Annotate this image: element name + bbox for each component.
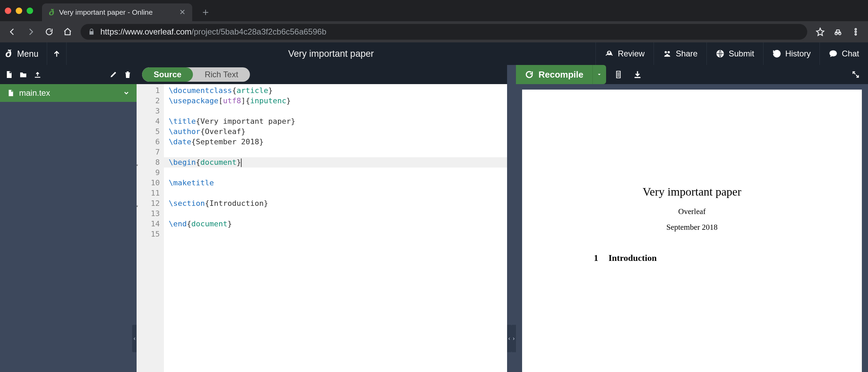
lock-icon xyxy=(88,28,95,35)
svg-point-0 xyxy=(855,28,856,30)
window-minimize-button[interactable] xyxy=(16,8,22,14)
main-area: main.tex ‹ Source Rich Text 12345678▾910… xyxy=(0,65,868,372)
collapse-editor-handle[interactable]: ‹ xyxy=(507,325,512,352)
svg-point-2 xyxy=(855,34,856,35)
chat-button[interactable]: Chat xyxy=(820,42,868,65)
file-tree: main.tex xyxy=(0,84,137,102)
expand-icon xyxy=(852,70,860,79)
editor-panel: Source Rich Text 12345678▾9101112▾131415… xyxy=(137,65,507,372)
mode-richtext-button[interactable]: Rich Text xyxy=(193,67,250,82)
project-title[interactable]: Very important paper xyxy=(67,49,596,59)
mode-source-button[interactable]: Source xyxy=(142,67,193,82)
file-name: main.tex xyxy=(19,88,50,98)
window-fullscreen-button[interactable] xyxy=(27,8,33,14)
caret-down-icon xyxy=(597,72,602,77)
history-label: History xyxy=(785,49,811,58)
nav-back-button[interactable] xyxy=(4,24,20,40)
editor-mode-toggle: Source Rich Text xyxy=(142,67,250,82)
browser-menu-icon[interactable] xyxy=(848,24,864,40)
window-controls xyxy=(5,0,42,21)
submit-button[interactable]: Submit xyxy=(706,42,763,65)
svg-text:Ab: Ab xyxy=(607,51,612,56)
address-bar[interactable]: https://www.overleaf.com/project/5bab4c2… xyxy=(81,24,807,40)
pdf-page: Very important paper Overleaf September … xyxy=(522,90,862,372)
logs-icon xyxy=(614,70,623,79)
pdf-author: Overleaf xyxy=(522,207,862,216)
file-item-main-tex[interactable]: main.tex xyxy=(0,84,137,102)
pdf-panel: Recompile Very important paper Overleaf xyxy=(516,65,868,372)
menu-label: Menu xyxy=(17,49,39,59)
pdf-section-heading: 1Introduction xyxy=(594,253,862,263)
pdf-date: September 2018 xyxy=(522,223,862,232)
line-number-gutter: 12345678▾9101112▾131415 xyxy=(137,84,164,372)
nav-home-button[interactable] xyxy=(59,24,76,40)
svg-point-4 xyxy=(664,51,667,53)
tab-title: Very important paper - Online xyxy=(59,8,174,16)
url-text: https://www.overleaf.com/project/5bab4c2… xyxy=(100,27,326,37)
svg-point-1 xyxy=(855,31,856,32)
pdf-section-number: 1 xyxy=(594,253,598,263)
submit-label: Submit xyxy=(729,49,754,58)
overleaf-topbar: ð Menu Very important paper Ab Review Sh… xyxy=(0,42,868,65)
view-logs-button[interactable] xyxy=(612,68,625,81)
back-to-projects-button[interactable] xyxy=(47,42,67,65)
chat-label: Chat xyxy=(842,49,859,58)
topbar-actions: Ab Review Share Submit History Chat xyxy=(596,42,868,65)
pdf-toolbar: Recompile xyxy=(516,65,868,84)
pdf-title: Very important paper xyxy=(522,185,862,198)
browser-tab-active[interactable]: ð Very important paper - Online ✕ xyxy=(42,3,192,21)
recompile-label: Recompile xyxy=(538,69,584,80)
file-tree-toolbar xyxy=(0,65,137,84)
svg-point-5 xyxy=(668,51,670,53)
pdf-section-title: Introduction xyxy=(608,253,657,263)
editor-toolbar: Source Rich Text xyxy=(137,65,507,84)
upload-file-icon[interactable] xyxy=(33,70,42,79)
window-close-button[interactable] xyxy=(5,8,11,14)
share-button[interactable]: Share xyxy=(654,42,706,65)
collapse-file-tree-handle[interactable]: ‹ xyxy=(132,325,137,352)
recompile-button[interactable]: Recompile xyxy=(516,65,592,84)
download-icon xyxy=(633,70,642,79)
new-tab-button[interactable]: ＋ xyxy=(198,5,213,19)
delete-icon[interactable] xyxy=(124,70,132,79)
incognito-icon[interactable] xyxy=(830,24,846,40)
nav-reload-button[interactable] xyxy=(41,24,57,40)
editor-pdf-splitter[interactable]: ‹ › xyxy=(507,65,516,372)
review-label: Review xyxy=(618,49,645,58)
rename-icon[interactable] xyxy=(109,70,117,79)
recompile-icon xyxy=(525,70,534,79)
code-editor[interactable]: 12345678▾9101112▾131415 \documentclass{a… xyxy=(137,84,507,372)
tab-close-icon[interactable]: ✕ xyxy=(179,8,185,17)
download-pdf-button[interactable] xyxy=(631,68,644,81)
review-button[interactable]: Ab Review xyxy=(596,42,654,65)
recompile-dropdown-button[interactable] xyxy=(592,65,606,84)
pdf-viewer[interactable]: Very important paper Overleaf September … xyxy=(516,84,868,372)
new-file-icon[interactable] xyxy=(5,70,13,79)
menu-button[interactable]: Menu xyxy=(14,42,47,65)
bookmark-star-icon[interactable] xyxy=(812,24,828,40)
overleaf-favicon-icon: ð xyxy=(49,7,54,18)
code-content[interactable]: \documentclass{article}\usepackage[utf8]… xyxy=(164,84,507,372)
file-tree-panel: main.tex ‹ xyxy=(0,65,137,372)
file-icon xyxy=(7,89,14,97)
fullscreen-button[interactable] xyxy=(849,68,863,81)
recompile-button-group: Recompile xyxy=(516,65,606,84)
history-button[interactable]: History xyxy=(763,42,820,65)
collapse-pdf-handle[interactable]: › xyxy=(512,325,516,352)
overleaf-logo-icon[interactable]: ð xyxy=(0,48,14,59)
nav-forward-button[interactable] xyxy=(23,24,39,40)
share-label: Share xyxy=(676,49,698,58)
browser-tabstrip: ð Very important paper - Online ✕ ＋ xyxy=(0,0,868,21)
chevron-down-icon[interactable] xyxy=(123,90,130,96)
new-folder-icon[interactable] xyxy=(19,70,27,79)
browser-toolbar: https://www.overleaf.com/project/5bab4c2… xyxy=(0,21,868,42)
